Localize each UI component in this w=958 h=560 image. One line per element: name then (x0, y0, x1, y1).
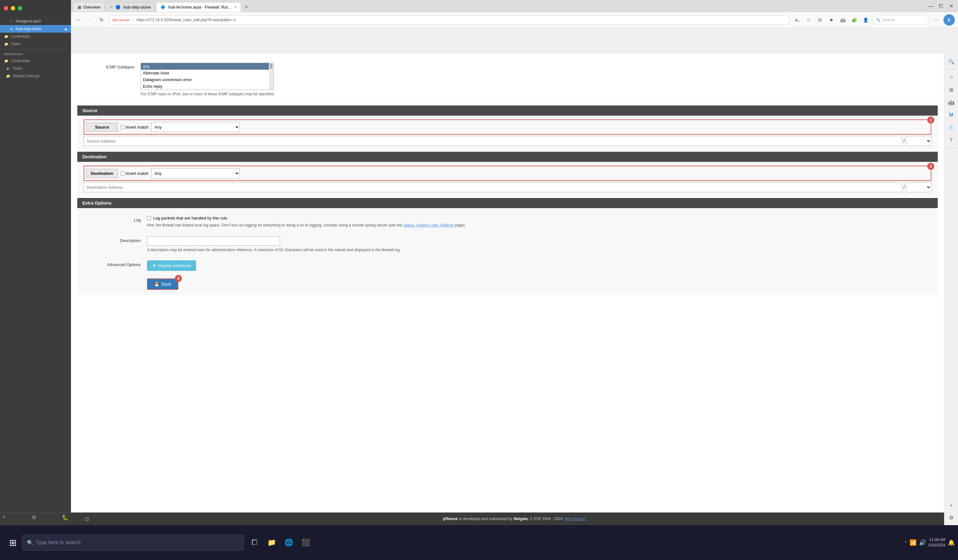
icmp-option-echo[interactable]: Echo reply (141, 83, 269, 90)
sidebar-edge-btn[interactable]: E (946, 122, 957, 133)
restore-window-btn[interactable]: ⧠ (936, 2, 945, 10)
debug-icon[interactable]: 🐛 (62, 514, 68, 520)
nav-bar: ← → ↻ Not secure | https://172.16.0.20/f… (71, 12, 958, 28)
save-icon: 💾 (154, 282, 159, 287)
icmp-option-alt-host[interactable]: Alternate Host (141, 70, 269, 76)
clock-time: 11:08 AM (928, 537, 945, 543)
maximize-button[interactable] (18, 6, 22, 10)
reload-button[interactable]: ↻ (97, 16, 106, 24)
default-settings-icon: 📁 (6, 73, 11, 79)
add-icon[interactable]: + (3, 514, 6, 521)
log-checkbox-label: Log packets that are handled by this rul… (153, 216, 227, 221)
log-settings-link[interactable]: Status: System Logs: Settings (403, 223, 454, 227)
icmp-listbox-wrap: any Alternate Host Datagram conversion e… (141, 63, 274, 90)
sidebar-teams-btn[interactable]: T (946, 135, 957, 146)
view-license-link[interactable]: View license. (564, 517, 586, 521)
minimize-button[interactable] (11, 6, 15, 10)
advanced-form-row: Advanced Options ⚙ Display Advanced (84, 258, 931, 273)
profile-btn[interactable]: 👤 (861, 16, 870, 24)
sidebar-search-btn[interactable]: 🔍 (946, 56, 957, 67)
tab-close-hub[interactable]: ✕ (110, 5, 113, 9)
copilot-btn[interactable]: 🤖 (838, 16, 847, 24)
tab-firewall[interactable]: 🔷 hub-fw.home.arpa - Firewall: Rul... ✕ (156, 2, 241, 12)
browser-search-box[interactable]: 🔍 Search (872, 15, 929, 25)
sidebar-credentials[interactable]: 📁 Credentials (0, 33, 71, 40)
bookmark-btn[interactable]: ☆ (804, 16, 813, 24)
favorites-btn[interactable]: ★ (827, 16, 836, 24)
back-button[interactable]: ← (74, 16, 83, 24)
source-any-select[interactable]: Any (151, 122, 240, 132)
sidebar-app-tasks[interactable]: ▶ Tasks (0, 65, 71, 72)
profile-avatar[interactable]: E (944, 14, 955, 25)
icmp-list[interactable]: any Alternate Host Datagram conversion e… (141, 63, 269, 90)
split-view-btn[interactable]: ⊟ (815, 16, 824, 24)
log-checkbox[interactable] (147, 216, 151, 220)
source-invert-group: Invert match (121, 125, 149, 130)
taskbar-search[interactable]: 🔍 Type here to search (22, 535, 244, 550)
sidebar-copilot-btn[interactable]: 🤖 (946, 97, 957, 108)
sidebar-settings-btn[interactable]: ⚙ (946, 512, 957, 523)
description-input[interactable] (147, 236, 280, 246)
save-button[interactable]: 💾 Save (147, 278, 178, 290)
destination-invert-checkbox[interactable] (121, 171, 125, 176)
browser-right-sidebar: 🔍 ☆ ⊞ 🤖 M E T + ⚙ (944, 54, 958, 525)
destination-badge: 2 (927, 163, 934, 170)
destination-mask-select[interactable] (906, 182, 931, 192)
sidebar-add-btn[interactable]: + (946, 500, 957, 511)
close-window-btn[interactable]: ✕ (947, 2, 955, 10)
address-bar[interactable]: Not secure | https://172.16.0.20/firewal… (108, 15, 790, 25)
destination-any-select[interactable]: Any (151, 168, 240, 178)
url-text: https://172.16.0.20/firewall_rules_edit.… (136, 18, 236, 22)
tab-bar: ⊞ Overview ✕ 🔵 hub-step-stone 🔷 hub-fw.h… (71, 0, 958, 12)
destination-header: Destination (77, 152, 938, 162)
sidebar-app-credentials[interactable]: 📁 Credentials (0, 57, 71, 65)
save-badge: 3 (175, 275, 182, 282)
more-options-btn[interactable]: ⋯ (932, 16, 941, 24)
page-footer: pfSense is developed and maintained by N… (71, 512, 958, 525)
source-address-input[interactable] (84, 136, 902, 146)
taskbar-icons: ⧠ 📁 🌐 ⬛ (246, 535, 314, 550)
edge-browser-btn[interactable]: 🌐 (281, 535, 297, 550)
system-clock[interactable]: 11:08 AM 5/16/2024 (928, 537, 945, 548)
forward-button[interactable]: → (86, 16, 94, 24)
log-label: Log (84, 216, 147, 222)
tab-overview-icon: ⊞ (78, 5, 81, 10)
destination-address-input[interactable] (84, 182, 902, 192)
source-section-body: 1 Source Invert match Any (77, 116, 938, 150)
icmp-option-datagram[interactable]: Datagram conversion error (141, 76, 269, 83)
file-explorer-btn[interactable]: 📁 (263, 535, 279, 550)
start-button[interactable]: ⊞ (3, 531, 22, 554)
display-advanced-button[interactable]: ⚙ Display Advanced (147, 260, 196, 271)
sidebar-item-vps3[interactable]: ● ihoogend-vps3 (0, 17, 71, 25)
tab-overview[interactable]: ⊞ Overview (73, 2, 105, 12)
notifications-icon[interactable]: 🔔 (948, 539, 955, 546)
mac-titlebar (0, 0, 71, 16)
source-mask-select[interactable] (906, 136, 931, 146)
source-invert-checkbox[interactable] (121, 125, 125, 129)
sidebar-apps-btn[interactable]: ⊞ (946, 84, 957, 95)
search-icon: 🔍 (876, 18, 881, 22)
terminal-btn[interactable]: ⬛ (298, 535, 314, 550)
notification-chevron-icon[interactable]: ^ (905, 540, 907, 545)
network-icon[interactable]: 📶 (909, 539, 917, 546)
extensions-btn[interactable]: 🧩 (850, 16, 858, 24)
sidebar-favorites-btn[interactable]: ☆ (946, 71, 957, 82)
sidebar-default-settings[interactable]: 📁 Default Settings (0, 72, 71, 80)
tab-hub-icon: 🔵 (115, 5, 121, 10)
destination-section-wrap: Destination 2 Destination Invert match (77, 152, 938, 196)
tab-fw-icon: 🔷 (160, 5, 165, 10)
tab-hub[interactable]: ✕ 🔵 hub-step-stone (106, 2, 155, 12)
new-tab-button[interactable]: + (243, 4, 251, 10)
eject-icon[interactable]: ⏏ (64, 27, 67, 31)
read-mode-btn[interactable]: Aₐ (793, 16, 801, 24)
minimize-window-btn[interactable]: — (926, 2, 935, 10)
task-view-btn[interactable]: ⧠ (246, 535, 262, 550)
tab-close-fw[interactable]: ✕ (234, 5, 237, 9)
volume-icon[interactable]: 🔊 (919, 539, 926, 546)
sidebar-item-hub[interactable]: ● hub-step-stone ⏏ (0, 25, 71, 33)
close-button[interactable] (4, 6, 8, 10)
sidebar-tasks[interactable]: 📁 Tasks (0, 40, 71, 48)
sidebar-outlook-btn[interactable]: M (946, 109, 957, 121)
settings-icon[interactable]: ⚙ (32, 514, 36, 520)
icmp-option-any[interactable]: any (141, 63, 269, 70)
